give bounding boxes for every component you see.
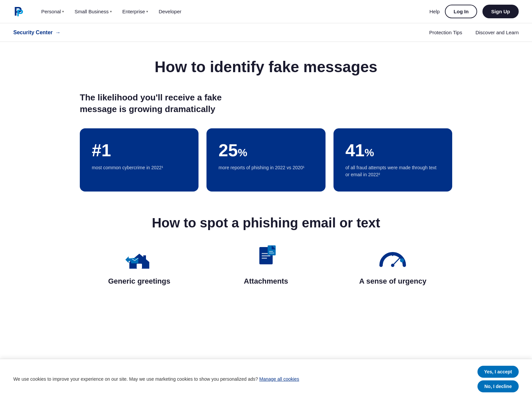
phishing-item-generic-greetings: Generic greetings — [80, 244, 199, 286]
svg-rect-3 — [143, 255, 146, 261]
svg-rect-17 — [269, 253, 274, 253]
stat-description-2: more reports of phishing in 2022 vs 2020… — [218, 164, 313, 171]
stat-description-1: most common cybercrime in 2022¹ — [92, 164, 187, 171]
stat-card-3: 41% of all fraud attempts were made thro… — [333, 128, 452, 192]
svg-rect-11 — [262, 253, 268, 254]
stats-cards-container: #1 most common cybercrime in 2022¹ 25% m… — [80, 128, 452, 192]
top-navigation: P P Personal ▾ Small Business ▾ Enterpri… — [0, 0, 532, 23]
arrow-right-icon: → — [55, 30, 61, 36]
nav-item-enterprise[interactable]: Enterprise ▾ — [118, 6, 152, 17]
nav-item-small-business[interactable]: Small Business ▾ — [70, 6, 116, 17]
nav-left: P P Personal ▾ Small Business ▾ Enterpri… — [13, 5, 186, 18]
svg-point-22 — [391, 264, 394, 267]
page-title: How to identify fake messages — [80, 58, 452, 76]
svg-point-23 — [400, 258, 404, 262]
svg-text:P: P — [17, 7, 23, 18]
stat-number-2: 25% — [218, 142, 313, 159]
paypal-logo[interactable]: P P — [13, 5, 27, 18]
speedometer-icon — [376, 244, 409, 270]
svg-rect-12 — [262, 255, 270, 256]
chevron-down-icon: ▾ — [110, 10, 112, 13]
stat-number-3: 41% — [345, 142, 440, 159]
discover-and-learn-link[interactable]: Discover and Learn — [475, 30, 519, 35]
protection-tips-link[interactable]: Protection Tips — [429, 30, 462, 35]
nav-item-personal[interactable]: Personal ▾ — [37, 6, 68, 17]
signup-button[interactable]: Sign Up — [482, 5, 519, 18]
svg-rect-4 — [137, 264, 142, 269]
svg-rect-13 — [262, 258, 267, 259]
stat-number-1: #1 — [92, 142, 187, 159]
help-link[interactable]: Help — [429, 9, 440, 14]
login-button[interactable]: Log In — [445, 5, 477, 18]
attachments-icon — [249, 244, 283, 270]
chevron-down-icon: ▾ — [62, 10, 64, 13]
stat-card-2: 25% more reports of phishing in 2022 vs … — [206, 128, 325, 192]
svg-rect-16 — [269, 251, 273, 252]
nav-items: Personal ▾ Small Business ▾ Enterprise ▾… — [37, 6, 186, 17]
nav-right: Help Log In Sign Up — [429, 5, 519, 18]
phishing-items-row: Generic greetings — [80, 244, 452, 286]
phishing-label-generic-greetings: Generic greetings — [108, 277, 170, 286]
phishing-item-urgency: A sense of urgency — [333, 244, 452, 286]
security-center-label: Security Center — [13, 30, 53, 36]
section-intro-text: The likelihood you'll receive a fake mes… — [80, 92, 246, 115]
phishing-section: How to spot a phishing email or text — [80, 215, 452, 286]
stat-card-1: #1 most common cybercrime in 2022¹ — [80, 128, 199, 192]
chevron-down-icon: ▾ — [146, 10, 148, 13]
stat-description-3: of all fraud attempts were made through … — [345, 164, 440, 178]
nav-item-developer[interactable]: Developer — [155, 6, 185, 17]
mail-house-icon — [123, 244, 156, 270]
phishing-item-attachments: Attachments — [206, 244, 325, 286]
phishing-label-attachments: Attachments — [244, 277, 288, 286]
phishing-section-title: How to spot a phishing email or text — [80, 215, 452, 230]
sub-nav-links: Protection Tips Discover and Learn — [429, 30, 519, 35]
phishing-label-urgency: A sense of urgency — [359, 277, 426, 286]
security-center-link[interactable]: Security Center → — [13, 30, 61, 36]
security-sub-navigation: Security Center → Protection Tips Discov… — [0, 23, 532, 42]
main-content: How to identify fake messages The likeli… — [66, 42, 466, 322]
